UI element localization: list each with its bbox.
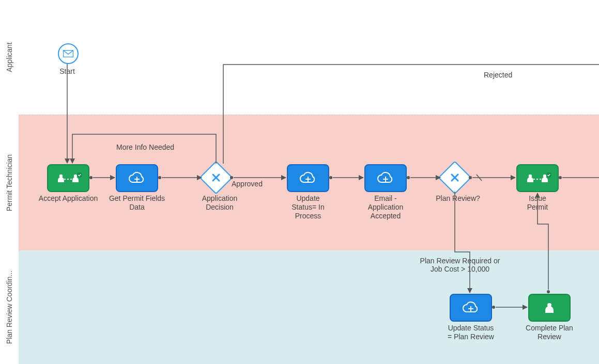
task-update-status-inprocess[interactable] [287,164,329,192]
task-email-accepted[interactable] [364,164,407,192]
gateway-plan-review[interactable] [443,166,467,189]
task-label: Update Status= In Process [284,194,332,220]
lane-label-text: Applicant [5,42,13,72]
cloud-icon [460,300,481,315]
task-get-permit-fields[interactable] [116,164,158,192]
lane-label-coord: Plan Review Coordin... [0,250,19,364]
task-complete-plan-review[interactable] [528,294,571,322]
lane-label-text: Permit Technician [5,154,13,211]
lane-label-tech: Permit Technician [0,115,19,250]
start-event[interactable] [58,43,79,64]
edge-label-approved: Approved [232,180,263,188]
edge-label-plan-required: Plan Review Required or Job Cost > 10,00… [419,257,501,273]
task-accept-application[interactable] [47,164,89,192]
lane-body-applicant [19,0,599,115]
gateway-label: Plan Review? [433,194,483,203]
edge-label-rejected: Rejected [484,71,512,79]
user-icon [542,300,557,315]
cloud-icon [127,171,147,185]
envelope-icon [63,50,73,57]
task-label: Complete Plan Review [525,324,574,341]
lane-body-coord [19,250,599,364]
task-update-status-planreview[interactable] [450,294,492,322]
gateway-application-decision[interactable] [204,166,228,189]
task-issue-permit[interactable] [516,164,559,192]
cloud-icon [375,171,396,185]
edge-label-more-info: More Info Needed [116,143,174,151]
task-label: Update Status = Plan Review [447,324,495,341]
bpmn-canvas: Applicant Permit Technician Plan Review … [0,0,599,364]
task-label: Email - Application Accepted [357,194,414,220]
task-label: Issue Permit [522,194,553,212]
task-label: Get Permit Fields Data [105,194,168,212]
cloud-icon [298,171,318,185]
user-task-icon [54,171,83,185]
lane-label-text: Plan Review Coordin... [5,271,13,344]
gateway-label: Application Decision [196,194,243,212]
task-label: Accept Application [36,194,100,203]
user-task-icon [523,171,552,185]
start-label: Start [52,67,83,76]
lane-label-applicant: Applicant [0,0,19,115]
